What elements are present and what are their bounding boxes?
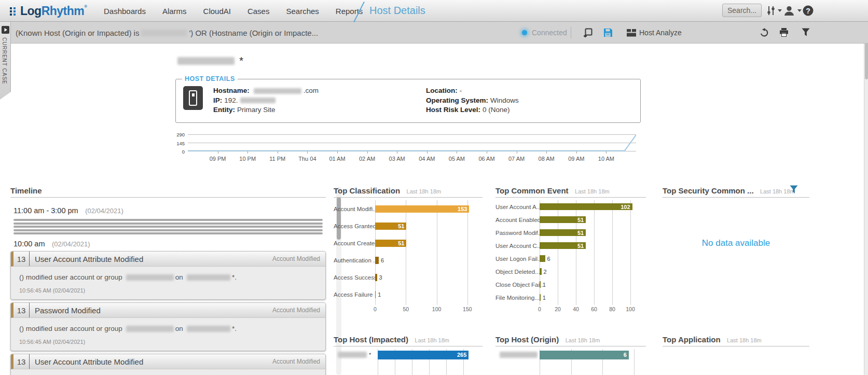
nav-item-alarms[interactable]: Alarms bbox=[162, 7, 187, 16]
x-tick-label: 03 AM bbox=[389, 156, 405, 162]
panel-subtitle: Last 18h 18m bbox=[415, 337, 449, 343]
connected-label: Connected bbox=[532, 29, 567, 37]
sparkline-series bbox=[188, 135, 636, 151]
event-card[interactable]: 13 User Account Attribute Modified Accou… bbox=[10, 354, 326, 375]
ip-label: IP: bbox=[213, 96, 222, 104]
help-icon[interactable]: ? bbox=[803, 5, 814, 16]
panel-header: Top Common Event Last 18h 18m bbox=[495, 183, 646, 198]
divider bbox=[571, 27, 571, 38]
chart-bar[interactable] bbox=[540, 268, 542, 275]
chart-bar[interactable]: 51 bbox=[540, 229, 586, 236]
chart-gridline bbox=[634, 349, 635, 375]
tick-mark bbox=[367, 151, 368, 154]
chart-bar[interactable] bbox=[540, 255, 545, 262]
event-timestamp: 10:56:45 AM (02/04/2021) bbox=[11, 332, 325, 351]
chart-bar-row: 51 bbox=[540, 239, 634, 252]
chart-bar[interactable] bbox=[375, 291, 376, 298]
y-tick-label: 0 bbox=[182, 149, 185, 155]
nav-item-cloudai[interactable]: CloudAI bbox=[203, 7, 231, 16]
bar-value-label: 3 bbox=[379, 274, 382, 281]
chart-bar[interactable]: 153 bbox=[375, 205, 469, 213]
user-menu-icon[interactable] bbox=[783, 6, 795, 16]
axis-tick-label: 50 bbox=[403, 306, 409, 312]
host-details-right-column: Location:- Operating System:Windows Host… bbox=[426, 86, 519, 115]
add-to-case-icon[interactable] bbox=[583, 28, 593, 37]
chart-bar[interactable] bbox=[375, 257, 379, 264]
event-body: () modified user account or group abdall… bbox=[11, 369, 325, 375]
chart-bar[interactable]: 6 bbox=[540, 351, 629, 359]
print-icon[interactable] bbox=[779, 28, 789, 37]
save-search-icon[interactable] bbox=[603, 28, 613, 37]
host-details-box: HOST DETAILS Hostname:.com IP:192. Entit… bbox=[175, 79, 641, 123]
ip-row: IP:192. bbox=[213, 96, 426, 106]
bar-value-label: 6 bbox=[624, 352, 629, 358]
axis-tick-label: 40 bbox=[573, 306, 579, 312]
expand-play-icon[interactable] bbox=[2, 26, 9, 34]
chart-bar[interactable]: 51 bbox=[540, 242, 586, 249]
axis-tick-label: 0 bbox=[538, 306, 541, 312]
chart-category-label: Password Modif... bbox=[495, 226, 540, 239]
logrhythm-logo[interactable]: LogRhythm® bbox=[9, 4, 87, 18]
chart-bar[interactable]: 102 bbox=[540, 203, 632, 210]
event-card[interactable]: 13 Password Modified Account Modified ()… bbox=[10, 302, 326, 351]
redacted-text bbox=[187, 326, 230, 332]
redacted-text bbox=[141, 30, 187, 36]
svg-text:?: ? bbox=[806, 7, 810, 15]
top-host-origin-panel: Top Host (Origin) Last 18h 18m 6 bbox=[495, 331, 646, 375]
redacted-text bbox=[254, 88, 301, 94]
chevron-down-icon[interactable] bbox=[797, 9, 802, 12]
host-analyze-button[interactable]: Host Analyze bbox=[639, 29, 682, 37]
current-case-tab[interactable]: CURRENT CASE bbox=[0, 22, 11, 100]
tick-mark bbox=[247, 151, 248, 154]
redacted-text bbox=[177, 57, 235, 65]
redacted-text bbox=[338, 352, 367, 358]
location-label: Location: bbox=[426, 87, 458, 94]
nav-item-cases[interactable]: Cases bbox=[247, 7, 270, 16]
x-tick-label: Thu 04 bbox=[298, 156, 316, 162]
chevron-down-icon[interactable] bbox=[778, 9, 782, 12]
panel-filter-funnel-icon[interactable] bbox=[790, 185, 798, 193]
filter-query[interactable]: (Known Host (Origin or Impacted) is ') O… bbox=[16, 22, 318, 44]
timeline-group-header: 10:00 am (02/04/2021) bbox=[13, 239, 326, 248]
chart-category-label: User Logon Fail... bbox=[495, 252, 540, 265]
chart-bar[interactable]: 51 bbox=[375, 240, 406, 247]
filter-funnel-icon[interactable] bbox=[802, 28, 810, 36]
panel-title: Top Classification bbox=[334, 186, 400, 195]
logo-text: LogRhythm® bbox=[20, 4, 87, 18]
preferences-sliders-icon[interactable] bbox=[767, 6, 775, 16]
x-tick-label: 01 AM bbox=[329, 156, 345, 162]
chart-category-label: Account Modifi... bbox=[334, 200, 375, 217]
chart-bar[interactable]: 265 bbox=[378, 351, 469, 359]
chart-category-label: User Account A... bbox=[495, 200, 540, 213]
nav-item-searches[interactable]: Searches bbox=[286, 7, 319, 16]
host-analyze-grid-icon[interactable] bbox=[627, 29, 636, 37]
divider bbox=[29, 303, 30, 317]
top-common-event-panel: Top Common Event Last 18h 18m User Accou… bbox=[495, 183, 646, 313]
redacted-event-row bbox=[13, 219, 323, 221]
undo-icon[interactable] bbox=[760, 28, 769, 37]
nav-item-dashboards[interactable]: Dashboards bbox=[104, 7, 146, 16]
os-label: Operating System: bbox=[426, 96, 488, 104]
panel-header: Top Host (Origin) Last 18h 18m bbox=[495, 331, 646, 346]
x-tick-label: 06 AM bbox=[478, 156, 494, 162]
top-classification-chart: Account Modifi...Access GrantedAccount C… bbox=[334, 200, 483, 313]
chart-category-label: User Account C... bbox=[495, 239, 540, 252]
chart-bar[interactable]: 51 bbox=[540, 216, 586, 223]
chart-bar-row: 2 bbox=[540, 265, 634, 278]
top-host-impacted-chart: *265 bbox=[334, 349, 483, 375]
chart-bar[interactable] bbox=[375, 274, 377, 281]
chart-bar-row: 265 bbox=[378, 349, 471, 360]
chart-bar-row: 51 bbox=[375, 234, 471, 252]
top-application-panel: Top Application Last 18h 18m bbox=[663, 331, 809, 346]
event-card[interactable]: 13 User Account Attribute Modified Accou… bbox=[10, 251, 326, 300]
page-scrollbar[interactable] bbox=[864, 22, 868, 375]
event-classification: Account Modified bbox=[272, 307, 320, 314]
chart-bar[interactable] bbox=[540, 281, 541, 288]
panel-header: Top Application Last 18h 18m bbox=[663, 331, 809, 346]
panel-subtitle: Last 18h 18m bbox=[566, 337, 600, 343]
chart-bar[interactable] bbox=[540, 294, 541, 301]
chart-bar[interactable]: 51 bbox=[375, 223, 406, 230]
bar-value-label: 153 bbox=[458, 206, 469, 212]
chart-bar-row: 6 bbox=[540, 252, 634, 265]
search-button[interactable]: Search... bbox=[722, 4, 762, 17]
